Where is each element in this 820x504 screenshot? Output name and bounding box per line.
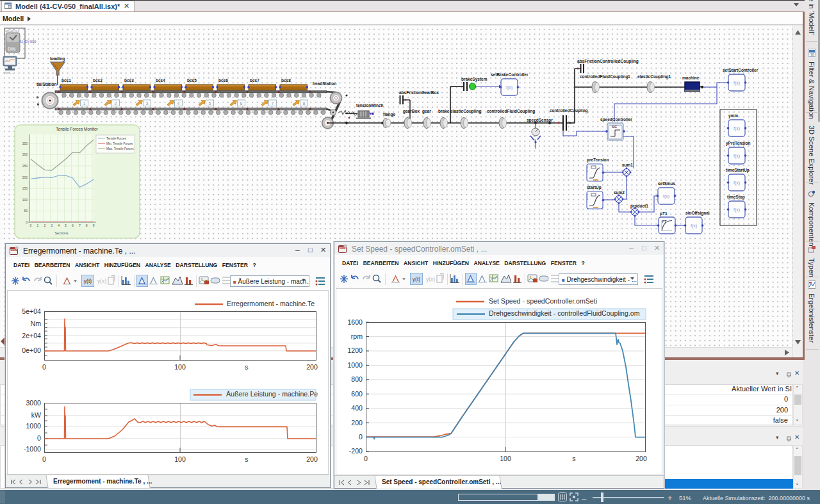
svg-text:preTension: preTension xyxy=(587,158,609,163)
svg-text:controlledCoupling: controlledCoupling xyxy=(550,108,588,113)
svg-text:absFrictionControlledCoupling: absFrictionControlledCoupling xyxy=(577,59,639,64)
svg-text:bcs3: bcs3 xyxy=(124,78,134,83)
svg-text:speedController: speedController xyxy=(600,117,632,122)
svg-text:f(x): f(x) xyxy=(691,224,697,229)
svg-text:PT: PT xyxy=(662,220,667,224)
svg-text:f(x): f(x) xyxy=(734,81,740,86)
svg-text:1: 1 xyxy=(83,101,86,106)
svg-text:f(x): f(x) xyxy=(734,207,740,213)
svg-text:product1: product1 xyxy=(630,204,648,209)
svg-text:4: 4 xyxy=(177,101,180,106)
svg-text:brake: brake xyxy=(438,109,450,113)
svg-text:6: 6 xyxy=(240,101,243,106)
svg-text:SC: SC xyxy=(612,125,618,129)
svg-text:speedSensor: speedSensor xyxy=(527,118,553,123)
svg-text:gear: gear xyxy=(422,109,431,114)
svg-text:5: 5 xyxy=(65,224,67,227)
svg-text:coGaPu.e: coGaPu.e xyxy=(5,29,19,33)
svg-text:350: 350 xyxy=(22,142,28,145)
svg-text:f(x): f(x) xyxy=(734,126,740,131)
svg-text:machine: machine xyxy=(682,76,700,80)
svg-text:sum2: sum2 xyxy=(614,190,625,195)
svg-text:gearBox: gearBox xyxy=(403,109,420,114)
svg-text:brakeSystem: brakeSystem xyxy=(461,77,488,82)
svg-text:300: 300 xyxy=(22,152,28,156)
svg-text:100: 100 xyxy=(22,198,28,202)
svg-text:headStation: headStation xyxy=(313,81,336,86)
svg-text:bcs7: bcs7 xyxy=(250,78,259,83)
svg-text:Tensile Forces: Tensile Forces xyxy=(106,137,127,140)
svg-text:0: 0 xyxy=(30,224,32,227)
svg-text:bcs6: bcs6 xyxy=(218,78,228,83)
svg-text:2: 2 xyxy=(44,224,45,227)
svg-text:ymin: ymin xyxy=(728,113,738,118)
svg-text:150: 150 xyxy=(22,186,28,190)
svg-text:Tensile Forces Monitor: Tensile Forces Monitor xyxy=(56,127,98,131)
svg-text:elasticCoupling: elasticCoupling xyxy=(450,109,481,114)
svg-text:50: 50 xyxy=(24,209,28,213)
svg-text:250: 250 xyxy=(22,164,28,168)
svg-text:200: 200 xyxy=(22,175,28,179)
svg-text:7: 7 xyxy=(272,101,274,106)
svg-text:timeStop: timeStop xyxy=(727,195,745,200)
svg-text:f(x): f(x) xyxy=(506,85,512,90)
svg-text:DIN: DIN xyxy=(8,47,15,51)
svg-text:moni...: moni... xyxy=(3,70,13,74)
svg-text:f(x): f(x) xyxy=(734,154,740,159)
svg-text:flange: flange xyxy=(383,112,396,117)
svg-text:absFrictionGearBox: absFrictionGearBox xyxy=(399,90,439,95)
svg-text:f(x): f(x) xyxy=(663,194,669,199)
svg-text:2: 2 xyxy=(115,101,117,106)
svg-text:f(x): f(x) xyxy=(734,181,740,186)
svg-text:41-CV-050: 41-CV-050 xyxy=(19,40,36,44)
svg-text:4: 4 xyxy=(58,224,60,227)
svg-text:pT1: pT1 xyxy=(660,211,668,216)
svg-text:startUp: startUp xyxy=(587,185,602,190)
svg-text:8: 8 xyxy=(303,101,306,106)
svg-text:bcs2: bcs2 xyxy=(93,78,102,83)
svg-text:elasticCoupling1: elasticCoupling1 xyxy=(637,74,671,79)
svg-text:0: 0 xyxy=(26,220,28,224)
svg-text:tailStation: tailStation xyxy=(37,82,56,86)
svg-text:7: 7 xyxy=(79,224,81,227)
svg-text:1: 1 xyxy=(37,224,39,227)
svg-text:bcs1: bcs1 xyxy=(62,78,71,83)
svg-text:sum1: sum1 xyxy=(622,163,633,167)
svg-text:setStartController: setStartController xyxy=(723,68,758,72)
svg-text:3: 3 xyxy=(146,101,149,106)
svg-text:5: 5 xyxy=(209,101,211,106)
svg-text:bcs5: bcs5 xyxy=(187,78,197,83)
svg-text:Sections: Sections xyxy=(54,231,68,235)
svg-text:6: 6 xyxy=(72,224,74,227)
svg-text:controlledFluidCoupling: controlledFluidCoupling xyxy=(487,109,535,114)
svg-text:loading: loading xyxy=(50,56,65,61)
svg-text:9: 9 xyxy=(93,224,95,227)
svg-text:timeStartUp: timeStartUp xyxy=(726,168,750,173)
svg-text:bcs4: bcs4 xyxy=(156,78,165,83)
svg-text:3: 3 xyxy=(51,224,53,227)
svg-text:Min. Tensile Forces: Min. Tensile Forces xyxy=(106,142,133,145)
svg-text:setSinus: setSinus xyxy=(658,181,675,186)
svg-text:yPreTension: yPreTension xyxy=(726,141,751,146)
svg-text:tensionWinch: tensionWinch xyxy=(356,103,384,108)
svg-text:Max. Tensile Forces: Max. Tensile Forces xyxy=(106,147,134,150)
svg-text:sinOffsignal: sinOffsignal xyxy=(685,211,710,216)
svg-text:8: 8 xyxy=(86,224,88,227)
svg-text:setBrakeController: setBrakeController xyxy=(491,72,529,77)
svg-text:bcs8: bcs8 xyxy=(281,78,291,83)
svg-text:controlledFluidCoupling1: controlledFluidCoupling1 xyxy=(580,74,630,79)
